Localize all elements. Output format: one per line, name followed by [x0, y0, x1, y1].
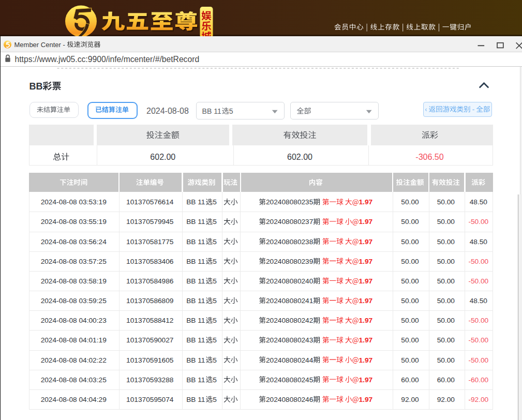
svg-text:2024-08-08 04:03:25: 2024-08-08 04:03:25 — [41, 376, 107, 384]
svg-text:1.97: 1.97 — [359, 258, 373, 265]
svg-text:60.00: 60.00 — [401, 376, 419, 384]
svg-text:BB 11: BB 11 — [202, 107, 221, 115]
svg-text:50.00: 50.00 — [401, 356, 419, 364]
svg-text:1.97: 1.97 — [359, 376, 373, 384]
svg-text:1.97: 1.97 — [359, 336, 373, 344]
svg-text:-50.00: -50.00 — [468, 356, 488, 364]
svg-text:1.97: 1.97 — [359, 356, 373, 364]
svg-text:50.00: 50.00 — [401, 238, 419, 246]
svg-text:101370593288: 101370593288 — [126, 376, 174, 384]
svg-text:202408080240: 202408080240 — [266, 277, 314, 285]
svg-text:602.00: 602.00 — [287, 153, 312, 161]
svg-text:202408080241: 202408080241 — [266, 297, 313, 305]
svg-text:50.00: 50.00 — [437, 258, 455, 265]
svg-text:Member Center -: Member Center - — [14, 41, 65, 49]
svg-text:101370586809: 101370586809 — [126, 297, 173, 305]
svg-text:https://www.jw05.cc:9900/infe/: https://www.jw05.cc:9900/infe/mcenter/#/… — [15, 55, 200, 64]
svg-text:202408080235: 202408080235 — [266, 198, 314, 206]
svg-text:2024-08-08 03:57:25: 2024-08-08 03:57:25 — [41, 258, 107, 265]
svg-text:-50.00: -50.00 — [468, 317, 488, 324]
svg-text:1.97: 1.97 — [359, 297, 373, 305]
svg-text:101370576614: 101370576614 — [126, 198, 174, 206]
svg-text:202408080243: 202408080243 — [266, 336, 314, 344]
svg-text:50.00: 50.00 — [437, 336, 455, 344]
svg-text:101370584986: 101370584986 — [126, 277, 174, 285]
svg-text:50.00: 50.00 — [401, 317, 419, 324]
svg-text:1.97: 1.97 — [359, 198, 373, 206]
svg-text:1.97: 1.97 — [359, 396, 373, 403]
svg-text:50.00: 50.00 — [437, 198, 455, 206]
svg-text:101370588412: 101370588412 — [126, 317, 173, 324]
svg-text:202408080242: 202408080242 — [266, 317, 313, 324]
svg-text:48.50: 48.50 — [470, 198, 488, 206]
svg-text:202408080246: 202408080246 — [266, 396, 314, 403]
svg-text:50.00: 50.00 — [401, 198, 419, 206]
svg-text:50.00: 50.00 — [437, 277, 455, 285]
svg-text:48.50: 48.50 — [470, 238, 488, 246]
svg-text:101370591605: 101370591605 — [126, 356, 174, 364]
svg-text:202408080245: 202408080245 — [266, 376, 314, 384]
svg-text:602.00: 602.00 — [150, 153, 175, 161]
svg-text:2024-08-08 04:02:22: 2024-08-08 04:02:22 — [41, 356, 107, 364]
svg-text:2024-08-08 04:00:23: 2024-08-08 04:00:23 — [41, 317, 107, 324]
svg-text:2024-08-08 03:56:24: 2024-08-08 03:56:24 — [41, 238, 107, 246]
svg-text:50.00: 50.00 — [401, 258, 419, 265]
svg-text:50.00: 50.00 — [437, 317, 455, 324]
svg-text:2024-08-08 03:58:19: 2024-08-08 03:58:19 — [41, 277, 107, 285]
svg-text:BB: BB — [29, 81, 43, 92]
svg-text:50.00: 50.00 — [437, 297, 455, 305]
svg-text:2024-08-08: 2024-08-08 — [146, 107, 189, 115]
svg-text:2024-08-08 03:53:19: 2024-08-08 03:53:19 — [41, 198, 107, 206]
svg-text:50.00: 50.00 — [437, 238, 455, 246]
svg-text:-50.00: -50.00 — [468, 258, 488, 265]
svg-text:92.00: 92.00 — [401, 396, 419, 403]
svg-text:50.00: 50.00 — [401, 297, 419, 305]
svg-text:50.00: 50.00 — [437, 218, 455, 226]
svg-text:1.97: 1.97 — [359, 218, 373, 226]
svg-text:202408080237: 202408080237 — [266, 218, 313, 226]
svg-text:202408080244: 202408080244 — [266, 356, 314, 364]
svg-text:48.50: 48.50 — [470, 297, 488, 305]
svg-text:50.00: 50.00 — [401, 218, 419, 226]
svg-text:5: 5 — [229, 107, 233, 115]
svg-text:50.00: 50.00 — [401, 277, 419, 285]
svg-text:-50.00: -50.00 — [468, 277, 488, 285]
svg-text:50.00: 50.00 — [437, 356, 455, 364]
svg-text:2024-08-08 03:55:19: 2024-08-08 03:55:19 — [41, 218, 107, 226]
svg-text:50.00: 50.00 — [401, 336, 419, 344]
svg-text:101370579945: 101370579945 — [126, 218, 174, 226]
svg-text:-306.50: -306.50 — [415, 153, 443, 161]
svg-text:2024-08-08 04:04:29: 2024-08-08 04:04:29 — [41, 396, 107, 403]
svg-text:101370595074: 101370595074 — [126, 396, 174, 403]
svg-text:2024-08-08 04:01:19: 2024-08-08 04:01:19 — [41, 336, 107, 344]
svg-text:101370583406: 101370583406 — [126, 258, 174, 265]
svg-text:2024-08-08 03:59:25: 2024-08-08 03:59:25 — [41, 297, 107, 305]
svg-text:101370590027: 101370590027 — [126, 336, 173, 344]
svg-text:92.00: 92.00 — [437, 396, 455, 403]
svg-text:-50.00: -50.00 — [468, 218, 488, 226]
svg-text:101370581775: 101370581775 — [126, 238, 174, 246]
svg-text:202408080238: 202408080238 — [266, 238, 314, 246]
svg-text:202408080239: 202408080239 — [266, 258, 313, 265]
svg-text:1.97: 1.97 — [359, 238, 373, 246]
svg-text:1.97: 1.97 — [359, 317, 373, 324]
svg-text:-60.00: -60.00 — [468, 376, 488, 384]
svg-text:-92.00: -92.00 — [468, 396, 488, 403]
svg-text:60.00: 60.00 — [437, 376, 455, 384]
svg-text:-50.00: -50.00 — [468, 336, 488, 344]
svg-text:1.97: 1.97 — [359, 277, 373, 285]
